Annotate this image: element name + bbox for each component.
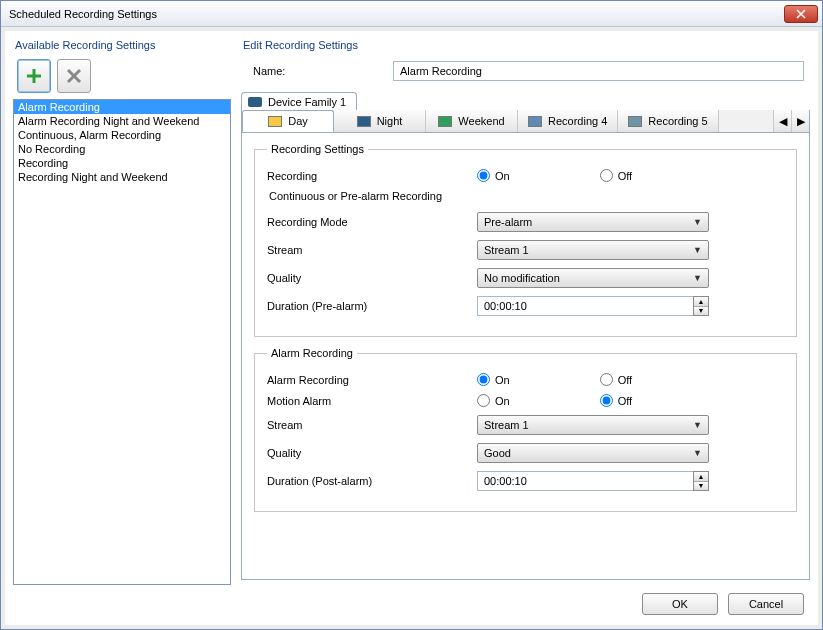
tab-label: Night (377, 115, 403, 127)
name-row: Name: (253, 61, 810, 81)
prealarm-duration-label: Duration (Pre-alarm) (267, 300, 477, 312)
postalarm-duration-label: Duration (Post-alarm) (267, 475, 477, 487)
quality-select[interactable]: No modification ▼ (477, 268, 709, 288)
tab-recording5[interactable]: Recording 5 (618, 110, 718, 132)
alarm-stream-label: Stream (267, 419, 477, 431)
list-item[interactable]: Recording (14, 156, 230, 170)
add-setting-button[interactable] (17, 59, 51, 93)
chevron-down-icon: ▼ (693, 217, 702, 227)
select-value: Pre-alarm (484, 216, 532, 228)
tab-scroll-buttons: ◀ ▶ (773, 110, 809, 132)
prealarm-duration-input[interactable] (477, 296, 693, 316)
cancel-button[interactable]: Cancel (728, 593, 804, 615)
tab-day[interactable]: Day (242, 110, 334, 132)
alarm-off-radio[interactable] (600, 373, 613, 386)
alarm-on-option[interactable]: On (477, 373, 510, 386)
device-family-icon (248, 97, 262, 107)
select-value: No modification (484, 272, 560, 284)
recording5-swatch-icon (628, 116, 642, 127)
delete-setting-button[interactable] (57, 59, 91, 93)
chevron-down-icon: ▼ (693, 273, 702, 283)
window-title: Scheduled Recording Settings (9, 8, 157, 20)
motion-off-radio[interactable] (600, 394, 613, 407)
available-settings-column: Available Recording Settings Alarm Recor… (13, 39, 231, 585)
name-input[interactable] (393, 61, 804, 81)
motion-on-radio[interactable] (477, 394, 490, 407)
select-value: Stream 1 (484, 244, 529, 256)
motion-off-option[interactable]: Off (600, 394, 632, 407)
tab-label: Recording 5 (648, 115, 707, 127)
recording-settings-group: Recording Settings Recording On (254, 143, 797, 337)
continuous-prealarm-header: Continuous or Pre-alarm Recording (269, 190, 784, 202)
radio-label: On (495, 374, 510, 386)
available-settings-header: Available Recording Settings (13, 39, 231, 51)
chevron-right-icon: ▶ (797, 115, 805, 128)
tab-panel-day: Recording Settings Recording On (242, 133, 809, 532)
recording4-swatch-icon (528, 116, 542, 127)
edit-settings-header: Edit Recording Settings (241, 39, 810, 51)
alarm-stream-select[interactable]: Stream 1 ▼ (477, 415, 709, 435)
weekend-swatch-icon (438, 116, 452, 127)
chevron-down-icon: ▼ (693, 245, 702, 255)
alarm-quality-select[interactable]: Good ▼ (477, 443, 709, 463)
recording-settings-legend: Recording Settings (267, 143, 368, 155)
name-label: Name: (253, 65, 383, 77)
stream-select[interactable]: Stream 1 ▼ (477, 240, 709, 260)
tab-recording4[interactable]: Recording 4 (518, 110, 618, 132)
postalarm-duration-input[interactable] (477, 471, 693, 491)
radio-label: Off (618, 170, 632, 182)
device-family-tab[interactable]: Device Family 1 (241, 92, 357, 111)
chevron-down-icon: ▼ (693, 448, 702, 458)
motion-alarm-label: Motion Alarm (267, 395, 477, 407)
tab-night[interactable]: Night (334, 110, 426, 132)
titlebar: Scheduled Recording Settings (1, 1, 822, 27)
alarm-on-radio[interactable] (477, 373, 490, 386)
motion-on-option[interactable]: On (477, 394, 510, 407)
settings-toolbar (17, 59, 231, 93)
spin-down-button[interactable]: ▼ (694, 482, 708, 491)
spin-up-button[interactable]: ▲ (694, 472, 708, 482)
chevron-left-icon: ◀ (779, 115, 787, 128)
quality-label: Quality (267, 272, 477, 284)
recording-on-radio[interactable] (477, 169, 490, 182)
tab-scroll-right[interactable]: ▶ (791, 110, 809, 132)
radio-label: On (495, 170, 510, 182)
dialog-footer: OK Cancel (5, 585, 818, 625)
tab-label: Recording 4 (548, 115, 607, 127)
list-item[interactable]: Alarm Recording (14, 100, 230, 114)
list-item[interactable]: Continuous, Alarm Recording (14, 128, 230, 142)
recording-on-option[interactable]: On (477, 169, 510, 182)
alarm-recording-group: Alarm Recording Alarm Recording On (254, 347, 797, 512)
ok-button[interactable]: OK (642, 593, 718, 615)
postalarm-duration-spinner[interactable]: ▲ ▼ (477, 471, 709, 491)
delete-icon (65, 67, 83, 85)
recording-off-radio[interactable] (600, 169, 613, 182)
edit-settings-column: Edit Recording Settings Name: Device Fam… (241, 39, 810, 585)
list-item[interactable]: No Recording (14, 142, 230, 156)
spin-up-button[interactable]: ▲ (694, 297, 708, 307)
list-item[interactable]: Alarm Recording Night and Weekend (14, 114, 230, 128)
alarm-recording-legend: Alarm Recording (267, 347, 357, 359)
recording-tabs-panel: Day Night Weekend Recording 4 (241, 110, 810, 580)
close-icon (796, 9, 806, 19)
settings-listbox[interactable]: Alarm Recording Alarm Recording Night an… (13, 99, 231, 585)
tab-weekend[interactable]: Weekend (426, 110, 518, 132)
tab-scroll-left[interactable]: ◀ (773, 110, 791, 132)
dialog-content: Available Recording Settings Alarm Recor… (5, 31, 818, 625)
alarm-recording-label: Alarm Recording (267, 374, 477, 386)
close-button[interactable] (784, 5, 818, 23)
spin-down-button[interactable]: ▼ (694, 307, 708, 316)
recording-label: Recording (267, 170, 477, 182)
radio-label: Off (618, 395, 632, 407)
recording-mode-select[interactable]: Pre-alarm ▼ (477, 212, 709, 232)
prealarm-duration-spinner[interactable]: ▲ ▼ (477, 296, 709, 316)
schedule-tabs: Day Night Weekend Recording 4 (242, 110, 809, 133)
recording-off-option[interactable]: Off (600, 169, 632, 182)
night-swatch-icon (357, 116, 371, 127)
select-value: Good (484, 447, 511, 459)
list-item[interactable]: Recording Night and Weekend (14, 170, 230, 184)
tab-label: Day (288, 115, 308, 127)
alarm-off-option[interactable]: Off (600, 373, 632, 386)
recording-mode-label: Recording Mode (267, 216, 477, 228)
device-family-label: Device Family 1 (268, 96, 346, 108)
